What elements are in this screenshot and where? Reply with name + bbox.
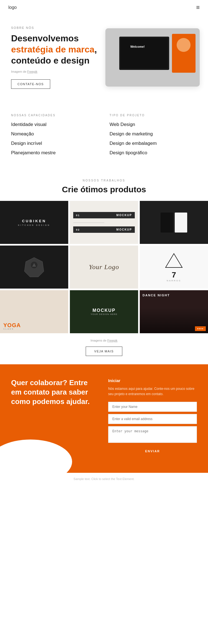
gallery-item-script[interactable]: Your Logo (70, 246, 138, 289)
capabilities-col1: NOSSAS CAPACIDADES Identidade visual Nom… (11, 114, 98, 160)
hero-label: SOBRE NÓS (11, 26, 100, 29)
project-item-2: Design de marketing (110, 131, 197, 137)
mockup-card-2: 02MOCKUP (73, 226, 135, 233)
cap-item-1: Identidade visual (11, 122, 98, 127)
triangle-svg (164, 252, 184, 269)
gallery-item-bizcards[interactable] (140, 201, 208, 244)
form-name-input[interactable] (108, 402, 197, 412)
yoga-sub: CLASS (3, 328, 14, 330)
capabilities-col2: TIPO DE PROJETO Web Design Design de mar… (110, 114, 197, 160)
capabilities-section: NOSSAS CAPACIDADES Identidade visual Nom… (0, 100, 208, 173)
contact-right-label: Iniciar (108, 378, 197, 383)
gallery-item-mockup1[interactable]: 01MOCKUP —————————————— 02MOCKUP (70, 201, 138, 244)
gallery-item-mockup2[interactable]: MOCKUP YOUR DESIGN HERE (70, 290, 138, 333)
hero-title-orange: estratégia de marca (11, 44, 95, 54)
hamburger-icon[interactable]: ≡ (196, 4, 200, 11)
gallery-grid: CUBIKEN KITCHEN DESIGN 01MOCKUP ————————… (0, 201, 208, 333)
contact-inner: Quer colaborar? Entre em contato para sa… (11, 378, 197, 456)
svg-marker-3 (166, 254, 182, 267)
triangle-number: 7 (172, 271, 176, 279)
contact-title: Quer colaborar? Entre em contato para sa… (11, 378, 100, 406)
form-email-input[interactable] (108, 414, 197, 424)
freepik-link[interactable]: Freepik (27, 70, 37, 73)
works-label: NOSSOS TRABALHOS (8, 179, 200, 182)
hero-content: SOBRE NÓS Desenvolvemos estratégia de ma… (11, 26, 100, 89)
mockup-card-1: 01MOCKUP (73, 212, 135, 218)
hero-title-plain: Desenvolvemos (11, 33, 79, 43)
hero-section: SOBRE NÓS Desenvolvemos estratégia de ma… (0, 15, 208, 100)
hero-laptop-visual (105, 28, 200, 87)
project-type-label: TIPO DE PROJETO (110, 114, 197, 117)
cap-item-3: Design incrível (11, 141, 98, 146)
triangle-sub: NARROS (167, 279, 181, 282)
biz-card-light (175, 213, 187, 233)
gallery-item-dance[interactable]: DANCE NIGHT ●●●● (140, 290, 208, 333)
project-item-3: Design de embalagem (110, 141, 197, 146)
dance-badge: ●●●● (195, 326, 206, 331)
works-section: NOSSOS TRABALHOS Crie ótimos produtos CU… (0, 173, 208, 364)
capabilities-label: NOSSAS CAPACIDADES (11, 114, 98, 117)
footer-sample-text: Sample text. Click to select the Text El… (73, 477, 135, 481)
dance-title: DANCE NIGHT (143, 294, 170, 297)
gallery-item-yoga[interactable]: CLASS YOGA CLASS (0, 290, 68, 333)
form-submit-button[interactable]: ENVIAR (108, 446, 197, 456)
hero-image-credit: Imagem de Freepik (11, 70, 100, 73)
mockup2-sub: YOUR DESIGN HERE (91, 313, 117, 315)
hero-title: Desenvolvemos estratégia de marca, conte… (11, 33, 100, 66)
project-item-1: Web Design (110, 122, 197, 127)
contact-button[interactable]: CONTATE-NOS (11, 79, 50, 89)
logo: logo (8, 5, 17, 10)
cap-item-2: Nomeação (11, 131, 98, 137)
contact-section: Quer colaborar? Entre em contato para sa… (0, 364, 208, 473)
hero-image-area (100, 28, 200, 87)
gallery-item-triangle[interactable]: 7 NARROS (140, 246, 208, 289)
works-header: NOSSOS TRABALHOS Crie ótimos produtos (0, 173, 208, 194)
cubiken-name: CUBIKEN (22, 219, 46, 223)
mockup-divider: —————————————— (73, 221, 135, 224)
project-item-4: Design tipográfico (110, 150, 197, 156)
contact-right: Iniciar Nós estamos aqui para ajudar. Co… (108, 378, 197, 456)
gallery-credit: Imagens de Freepik (0, 339, 208, 342)
gallery-footer: Imagens de Freepik VEJA MAIS (0, 333, 208, 364)
veja-mais-button[interactable]: VEJA MAIS (86, 347, 122, 356)
cubiken-sub: KITCHEN DESIGN (18, 224, 50, 226)
cap-item-4: Planejamento mestre (11, 150, 98, 156)
yoga-text: YOGA (3, 322, 21, 328)
gallery-item-lion[interactable] (0, 246, 68, 289)
gallery-item-cubiken[interactable]: CUBIKEN KITCHEN DESIGN (0, 201, 68, 244)
mockup2-title: MOCKUP (92, 308, 115, 313)
form-message-input[interactable] (108, 426, 197, 443)
works-title: Crie ótimos produtos (8, 185, 200, 194)
biz-card-dark (161, 213, 173, 233)
contact-right-desc: Nós estamos aqui para ajudar. Conte-nos … (108, 386, 197, 397)
lion-svg (23, 256, 45, 278)
script-text: Your Logo (89, 263, 119, 271)
contact-left: Quer colaborar? Entre em contato para sa… (11, 378, 100, 456)
gallery-freepik-link[interactable]: Freepik (107, 339, 118, 342)
header: logo ≡ (0, 0, 208, 15)
